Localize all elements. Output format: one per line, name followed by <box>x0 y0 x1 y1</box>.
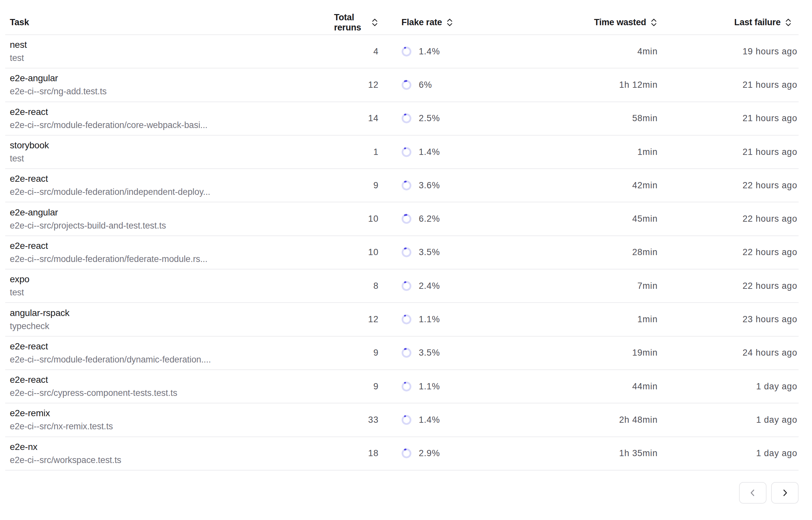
total-reruns-value: 33 <box>334 415 380 425</box>
task-target-path: e2e-ci--src/module-federation/core-webpa… <box>10 120 334 130</box>
flake-rate-donut-icon <box>401 80 412 90</box>
time-wasted-value: 58min <box>500 113 659 124</box>
flake-rate-donut-icon <box>401 382 412 392</box>
task-cell: e2e-react e2e-ci--src/cypress-component-… <box>5 374 334 398</box>
flake-rate-cell: 1.4% <box>380 47 500 57</box>
task-name: e2e-react <box>10 341 334 352</box>
sort-updown-icon[interactable] <box>446 18 453 27</box>
total-reruns-value: 12 <box>334 80 380 90</box>
table-row[interactable]: e2e-react e2e-ci--src/module-federation/… <box>5 169 799 202</box>
next-page-button[interactable] <box>771 482 799 504</box>
last-failure-value: 1 day ago <box>659 415 799 425</box>
task-target-path: test <box>10 154 334 164</box>
task-name: e2e-react <box>10 174 334 184</box>
last-failure-value: 1 day ago <box>659 382 799 392</box>
flake-rate-donut-icon <box>401 147 412 157</box>
task-cell: e2e-react e2e-ci--src/module-federation/… <box>5 107 334 130</box>
last-failure-value: 22 hours ago <box>659 247 799 257</box>
time-wasted-value: 1min <box>500 147 659 157</box>
column-header-total-reruns[interactable]: Total reruns <box>334 0 380 34</box>
table-body: nest test 4 1.4% 4min 19 hours ago e2e-a… <box>5 35 799 471</box>
task-cell: e2e-remix e2e-ci--src/nx-remix.test.ts <box>5 408 334 432</box>
column-header-time-wasted[interactable]: Time wasted <box>500 0 659 34</box>
task-cell: e2e-react e2e-ci--src/module-federation/… <box>5 341 334 365</box>
previous-page-button[interactable] <box>739 482 766 504</box>
time-wasted-value: 44min <box>500 382 659 392</box>
task-target-path: test <box>10 287 334 298</box>
task-target-path: typecheck <box>10 321 334 331</box>
flake-rate-value: 1.1% <box>419 314 440 324</box>
last-failure-value: 19 hours ago <box>659 47 799 57</box>
pagination <box>0 482 799 504</box>
task-name: angular-rspack <box>10 308 334 318</box>
task-name: storybook <box>10 140 334 151</box>
task-target-path: e2e-ci--src/nx-remix.test.ts <box>10 421 334 432</box>
flake-rate-value: 1.4% <box>419 47 440 57</box>
flake-rate-value: 2.9% <box>419 448 440 459</box>
last-failure-value: 22 hours ago <box>659 281 799 291</box>
task-name: e2e-angular <box>10 73 334 83</box>
time-wasted-value: 1h 12min <box>500 80 659 90</box>
total-reruns-value: 9 <box>334 382 380 392</box>
table-row[interactable]: e2e-angular e2e-ci--src/ng-add.test.ts 1… <box>5 69 799 102</box>
task-target-path: e2e-ci--src/module-federation/federate-m… <box>10 254 334 264</box>
flake-rate-cell: 2.5% <box>380 113 500 124</box>
last-failure-value: 22 hours ago <box>659 180 799 190</box>
flake-rate-donut-icon <box>401 415 412 425</box>
flake-rate-value: 1.4% <box>419 415 440 425</box>
flake-rate-cell: 1.1% <box>380 314 500 324</box>
flake-rate-donut-icon <box>401 214 412 224</box>
sort-updown-icon[interactable] <box>785 18 792 27</box>
flake-rate-cell: 3.5% <box>380 348 500 358</box>
column-header-flake-rate[interactable]: Flake rate <box>380 0 500 34</box>
table-row[interactable]: e2e-react e2e-ci--src/module-federation/… <box>5 236 799 269</box>
task-name: e2e-remix <box>10 408 334 418</box>
table-row[interactable]: nest test 4 1.4% 4min 19 hours ago <box>5 35 799 69</box>
sort-updown-icon[interactable] <box>371 18 379 27</box>
task-target-path: e2e-ci--src/ng-add.test.ts <box>10 86 334 97</box>
flake-rate-value: 1.1% <box>419 382 440 392</box>
time-wasted-value: 45min <box>500 214 659 224</box>
flake-rate-value: 6.2% <box>419 214 440 224</box>
time-wasted-value: 28min <box>500 247 659 257</box>
task-cell: e2e-angular e2e-ci--src/ng-add.test.ts <box>5 73 334 97</box>
flake-rate-donut-icon <box>401 314 412 324</box>
flake-rate-cell: 2.9% <box>380 448 500 459</box>
table-row[interactable]: angular-rspack typecheck 12 1.1% 1min 23… <box>5 303 799 336</box>
total-reruns-value: 18 <box>334 448 380 459</box>
total-reruns-value: 10 <box>334 247 380 257</box>
task-name: e2e-react <box>10 107 334 117</box>
flake-rate-value: 1.4% <box>419 147 440 157</box>
column-header-last-failure[interactable]: Last failure <box>659 0 799 34</box>
task-cell: expo test <box>5 274 334 298</box>
task-name: e2e-react <box>10 241 334 251</box>
column-header-label: Last failure <box>734 17 781 27</box>
last-failure-value: 21 hours ago <box>659 113 799 124</box>
time-wasted-value: 1min <box>500 314 659 324</box>
table-row[interactable]: e2e-react e2e-ci--src/module-federation/… <box>5 337 799 370</box>
column-header-task: Task <box>5 0 334 34</box>
task-cell: e2e-react e2e-ci--src/module-federation/… <box>5 174 334 197</box>
table-row[interactable]: e2e-react e2e-ci--src/cypress-component-… <box>5 370 799 404</box>
flake-rate-value: 3.6% <box>419 180 440 190</box>
time-wasted-value: 19min <box>500 348 659 358</box>
flake-rate-value: 2.4% <box>419 281 440 291</box>
table-row[interactable]: e2e-react e2e-ci--src/module-federation/… <box>5 102 799 135</box>
task-cell: e2e-react e2e-ci--src/module-federation/… <box>5 241 334 264</box>
table-row[interactable]: e2e-remix e2e-ci--src/nx-remix.test.ts 3… <box>5 404 799 437</box>
flake-rate-donut-icon <box>401 281 412 291</box>
table-row[interactable]: e2e-angular e2e-ci--src/projects-build-a… <box>5 202 799 236</box>
flake-rate-cell: 6.2% <box>380 214 500 224</box>
task-target-path: e2e-ci--src/module-federation/dynamic-fe… <box>10 355 334 365</box>
table-row[interactable]: e2e-nx e2e-ci--src/workspace.test.ts 18 … <box>5 437 799 471</box>
chevron-right-icon <box>781 489 789 497</box>
column-header-label: Flake rate <box>401 17 442 27</box>
task-cell: nest test <box>5 40 334 63</box>
flake-rate-cell: 2.4% <box>380 281 500 291</box>
sort-updown-icon[interactable] <box>650 18 657 27</box>
task-cell: e2e-nx e2e-ci--src/workspace.test.ts <box>5 442 334 465</box>
table-row[interactable]: storybook test 1 1.4% 1min 21 hours ago <box>5 135 799 169</box>
flake-rate-donut-icon <box>401 448 412 459</box>
last-failure-value: 21 hours ago <box>659 147 799 157</box>
table-row[interactable]: expo test 8 2.4% 7min 22 hours ago <box>5 269 799 303</box>
